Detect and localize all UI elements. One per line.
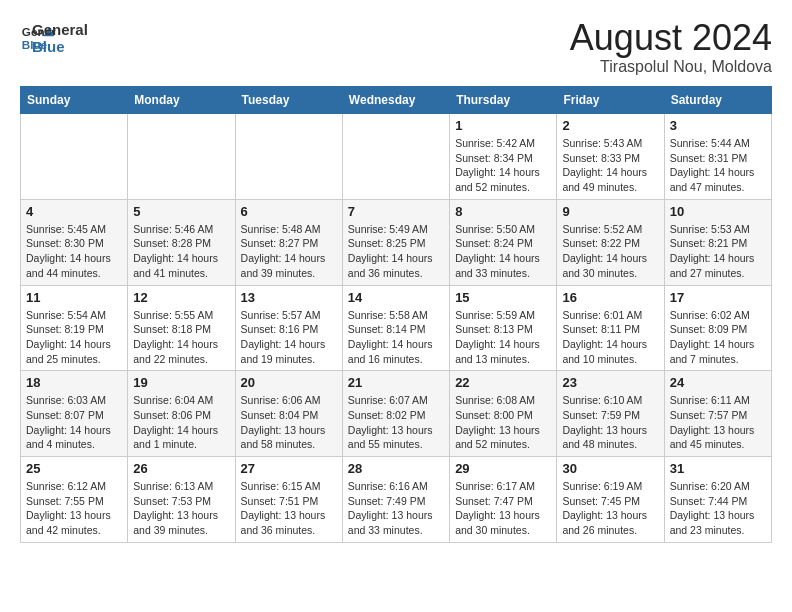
calendar-cell: 2Sunrise: 5:43 AM Sunset: 8:33 PM Daylig… [557, 114, 664, 200]
calendar-cell: 21Sunrise: 6:07 AM Sunset: 8:02 PM Dayli… [342, 371, 449, 457]
day-number: 18 [26, 375, 122, 390]
calendar-cell [342, 114, 449, 200]
day-info: Sunrise: 5:44 AM Sunset: 8:31 PM Dayligh… [670, 136, 766, 195]
page-header: General Blue General Blue August 2024 Ti… [20, 20, 772, 76]
weekday-header: Monday [128, 87, 235, 114]
day-info: Sunrise: 5:53 AM Sunset: 8:21 PM Dayligh… [670, 222, 766, 281]
day-info: Sunrise: 5:54 AM Sunset: 8:19 PM Dayligh… [26, 308, 122, 367]
day-number: 7 [348, 204, 444, 219]
weekday-header: Tuesday [235, 87, 342, 114]
calendar-cell: 4Sunrise: 5:45 AM Sunset: 8:30 PM Daylig… [21, 199, 128, 285]
calendar-week-row: 1Sunrise: 5:42 AM Sunset: 8:34 PM Daylig… [21, 114, 772, 200]
day-number: 16 [562, 290, 658, 305]
day-info: Sunrise: 5:58 AM Sunset: 8:14 PM Dayligh… [348, 308, 444, 367]
weekday-header: Sunday [21, 87, 128, 114]
day-info: Sunrise: 6:20 AM Sunset: 7:44 PM Dayligh… [670, 479, 766, 538]
calendar-week-row: 25Sunrise: 6:12 AM Sunset: 7:55 PM Dayli… [21, 457, 772, 543]
day-number: 14 [348, 290, 444, 305]
day-info: Sunrise: 5:45 AM Sunset: 8:30 PM Dayligh… [26, 222, 122, 281]
day-number: 2 [562, 118, 658, 133]
day-number: 24 [670, 375, 766, 390]
day-info: Sunrise: 6:08 AM Sunset: 8:00 PM Dayligh… [455, 393, 551, 452]
day-number: 15 [455, 290, 551, 305]
day-number: 26 [133, 461, 229, 476]
day-info: Sunrise: 5:49 AM Sunset: 8:25 PM Dayligh… [348, 222, 444, 281]
weekday-header: Wednesday [342, 87, 449, 114]
calendar-cell: 14Sunrise: 5:58 AM Sunset: 8:14 PM Dayli… [342, 285, 449, 371]
calendar-cell: 3Sunrise: 5:44 AM Sunset: 8:31 PM Daylig… [664, 114, 771, 200]
calendar-cell: 18Sunrise: 6:03 AM Sunset: 8:07 PM Dayli… [21, 371, 128, 457]
day-info: Sunrise: 6:16 AM Sunset: 7:49 PM Dayligh… [348, 479, 444, 538]
calendar-cell: 26Sunrise: 6:13 AM Sunset: 7:53 PM Dayli… [128, 457, 235, 543]
calendar-cell [21, 114, 128, 200]
day-info: Sunrise: 5:59 AM Sunset: 8:13 PM Dayligh… [455, 308, 551, 367]
day-number: 20 [241, 375, 337, 390]
calendar-cell: 17Sunrise: 6:02 AM Sunset: 8:09 PM Dayli… [664, 285, 771, 371]
day-number: 4 [26, 204, 122, 219]
calendar-cell: 24Sunrise: 6:11 AM Sunset: 7:57 PM Dayli… [664, 371, 771, 457]
calendar-cell: 1Sunrise: 5:42 AM Sunset: 8:34 PM Daylig… [450, 114, 557, 200]
day-info: Sunrise: 5:57 AM Sunset: 8:16 PM Dayligh… [241, 308, 337, 367]
calendar-cell: 16Sunrise: 6:01 AM Sunset: 8:11 PM Dayli… [557, 285, 664, 371]
day-info: Sunrise: 5:42 AM Sunset: 8:34 PM Dayligh… [455, 136, 551, 195]
day-info: Sunrise: 6:04 AM Sunset: 8:06 PM Dayligh… [133, 393, 229, 452]
day-number: 3 [670, 118, 766, 133]
day-number: 11 [26, 290, 122, 305]
logo: General Blue General Blue [20, 20, 88, 56]
day-info: Sunrise: 6:06 AM Sunset: 8:04 PM Dayligh… [241, 393, 337, 452]
day-info: Sunrise: 6:07 AM Sunset: 8:02 PM Dayligh… [348, 393, 444, 452]
title-block: August 2024 Tiraspolul Nou, Moldova [570, 20, 772, 76]
day-info: Sunrise: 6:10 AM Sunset: 7:59 PM Dayligh… [562, 393, 658, 452]
month-title: August 2024 [570, 20, 772, 56]
day-number: 21 [348, 375, 444, 390]
day-number: 25 [26, 461, 122, 476]
calendar-cell [235, 114, 342, 200]
calendar-cell: 10Sunrise: 5:53 AM Sunset: 8:21 PM Dayli… [664, 199, 771, 285]
day-info: Sunrise: 5:55 AM Sunset: 8:18 PM Dayligh… [133, 308, 229, 367]
location-subtitle: Tiraspolul Nou, Moldova [570, 58, 772, 76]
day-number: 13 [241, 290, 337, 305]
day-number: 5 [133, 204, 229, 219]
weekday-header-row: SundayMondayTuesdayWednesdayThursdayFrid… [21, 87, 772, 114]
calendar-cell: 31Sunrise: 6:20 AM Sunset: 7:44 PM Dayli… [664, 457, 771, 543]
day-number: 1 [455, 118, 551, 133]
calendar-cell: 23Sunrise: 6:10 AM Sunset: 7:59 PM Dayli… [557, 371, 664, 457]
calendar-cell: 27Sunrise: 6:15 AM Sunset: 7:51 PM Dayli… [235, 457, 342, 543]
day-number: 28 [348, 461, 444, 476]
logo-blue: Blue [32, 38, 88, 55]
day-number: 10 [670, 204, 766, 219]
weekday-header: Saturday [664, 87, 771, 114]
calendar-cell: 7Sunrise: 5:49 AM Sunset: 8:25 PM Daylig… [342, 199, 449, 285]
weekday-header: Friday [557, 87, 664, 114]
day-number: 22 [455, 375, 551, 390]
day-info: Sunrise: 6:11 AM Sunset: 7:57 PM Dayligh… [670, 393, 766, 452]
calendar-table: SundayMondayTuesdayWednesdayThursdayFrid… [20, 86, 772, 543]
calendar-cell: 9Sunrise: 5:52 AM Sunset: 8:22 PM Daylig… [557, 199, 664, 285]
day-number: 8 [455, 204, 551, 219]
calendar-cell [128, 114, 235, 200]
calendar-cell: 29Sunrise: 6:17 AM Sunset: 7:47 PM Dayli… [450, 457, 557, 543]
calendar-week-row: 11Sunrise: 5:54 AM Sunset: 8:19 PM Dayli… [21, 285, 772, 371]
day-info: Sunrise: 6:02 AM Sunset: 8:09 PM Dayligh… [670, 308, 766, 367]
calendar-cell: 28Sunrise: 6:16 AM Sunset: 7:49 PM Dayli… [342, 457, 449, 543]
logo-general: General [32, 21, 88, 38]
weekday-header: Thursday [450, 87, 557, 114]
day-info: Sunrise: 6:01 AM Sunset: 8:11 PM Dayligh… [562, 308, 658, 367]
day-number: 12 [133, 290, 229, 305]
day-number: 6 [241, 204, 337, 219]
calendar-cell: 19Sunrise: 6:04 AM Sunset: 8:06 PM Dayli… [128, 371, 235, 457]
calendar-week-row: 4Sunrise: 5:45 AM Sunset: 8:30 PM Daylig… [21, 199, 772, 285]
day-info: Sunrise: 6:13 AM Sunset: 7:53 PM Dayligh… [133, 479, 229, 538]
day-info: Sunrise: 6:17 AM Sunset: 7:47 PM Dayligh… [455, 479, 551, 538]
day-number: 19 [133, 375, 229, 390]
calendar-cell: 8Sunrise: 5:50 AM Sunset: 8:24 PM Daylig… [450, 199, 557, 285]
day-info: Sunrise: 6:12 AM Sunset: 7:55 PM Dayligh… [26, 479, 122, 538]
calendar-cell: 22Sunrise: 6:08 AM Sunset: 8:00 PM Dayli… [450, 371, 557, 457]
day-info: Sunrise: 6:19 AM Sunset: 7:45 PM Dayligh… [562, 479, 658, 538]
day-number: 31 [670, 461, 766, 476]
calendar-cell: 13Sunrise: 5:57 AM Sunset: 8:16 PM Dayli… [235, 285, 342, 371]
calendar-week-row: 18Sunrise: 6:03 AM Sunset: 8:07 PM Dayli… [21, 371, 772, 457]
day-number: 27 [241, 461, 337, 476]
day-info: Sunrise: 5:43 AM Sunset: 8:33 PM Dayligh… [562, 136, 658, 195]
calendar-cell: 15Sunrise: 5:59 AM Sunset: 8:13 PM Dayli… [450, 285, 557, 371]
